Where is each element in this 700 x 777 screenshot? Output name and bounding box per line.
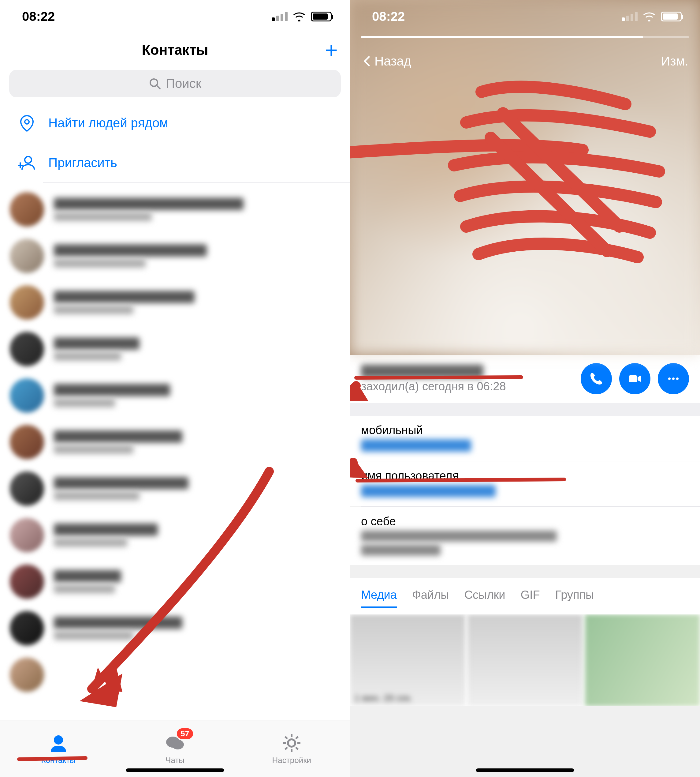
username-value — [361, 485, 496, 497]
signal-icon — [622, 12, 638, 21]
video-icon — [627, 371, 642, 386]
svg-point-8 — [172, 740, 184, 749]
media-duration: 1 мин. 26 сек. — [354, 693, 413, 703]
status-bar: 08:22 — [0, 0, 350, 33]
contact-row[interactable] — [0, 558, 350, 605]
invite-label: Пригласить — [48, 155, 117, 170]
svg-line-16 — [296, 737, 298, 739]
mobile-field[interactable]: мобильный — [350, 416, 700, 461]
profile-name — [361, 364, 483, 378]
contacts-list[interactable] — [0, 183, 350, 698]
svg-point-0 — [150, 79, 158, 86]
svg-rect-21 — [629, 375, 637, 382]
tab-links[interactable]: Ссылки — [465, 588, 505, 608]
location-icon — [18, 114, 36, 132]
media-thumb[interactable] — [585, 615, 700, 706]
add-contact-button[interactable]: + — [325, 39, 338, 61]
status-icons — [622, 12, 682, 22]
svg-line-1 — [157, 86, 160, 89]
svg-point-6 — [54, 735, 63, 745]
tab-settings-label: Настройки — [272, 755, 312, 765]
mobile-label: мобильный — [361, 424, 689, 437]
bio-value-2 — [361, 545, 440, 556]
tab-media[interactable]: Медиа — [361, 588, 397, 608]
username-field[interactable]: имя пользователя — [350, 461, 700, 506]
phone-icon — [588, 371, 604, 386]
tab-contacts[interactable]: Контакты — [0, 720, 117, 777]
tab-contacts-label: Контакты — [41, 755, 75, 765]
wifi-icon — [292, 12, 306, 22]
svg-point-24 — [676, 378, 678, 380]
media-tabs: Медиа Файлы Ссылки GIF Группы — [350, 578, 700, 615]
svg-point-23 — [672, 378, 675, 380]
username-label: имя пользователя — [361, 470, 689, 483]
find-nearby-label: Найти людей рядом — [48, 116, 168, 130]
profile-actions — [581, 363, 689, 394]
svg-point-3 — [25, 157, 32, 163]
profile-photo[interactable]: 08:22 Назад Изм. — [350, 0, 700, 355]
call-button[interactable] — [581, 363, 612, 394]
chevron-left-icon — [362, 56, 373, 67]
status-bar: 08:22 — [350, 0, 700, 33]
svg-point-22 — [668, 378, 671, 380]
home-indicator[interactable] — [126, 769, 224, 772]
search-icon — [149, 77, 161, 90]
tab-chats-label: Чаты — [165, 755, 185, 765]
svg-line-15 — [296, 747, 298, 749]
invite-icon — [18, 154, 36, 172]
home-indicator[interactable] — [476, 769, 574, 772]
video-call-button[interactable] — [619, 363, 650, 394]
wifi-icon — [642, 12, 656, 22]
bio-value — [361, 531, 557, 541]
contact-row[interactable] — [0, 326, 350, 372]
battery-icon — [661, 12, 682, 22]
profile-header: заходил(а) сегодня в 06:28 — [350, 355, 700, 403]
page-title: Контакты — [142, 42, 208, 58]
tab-settings[interactable]: Настройки — [233, 720, 350, 777]
bio-label: о себе — [361, 515, 689, 528]
more-button[interactable] — [658, 363, 689, 394]
chats-badge: 57 — [177, 729, 193, 739]
svg-point-2 — [25, 120, 29, 124]
search-input[interactable]: Поиск — [9, 70, 341, 97]
nav-bar: Назад Изм. — [350, 46, 700, 77]
contact-row[interactable] — [0, 419, 350, 465]
contact-row[interactable] — [0, 465, 350, 512]
more-icon — [666, 371, 681, 386]
contact-row[interactable] — [0, 233, 350, 279]
contact-row[interactable] — [0, 605, 350, 652]
media-thumb[interactable]: 1 мин. 26 сек. — [350, 615, 465, 706]
settings-icon — [281, 732, 302, 754]
find-nearby-row[interactable]: Найти людей рядом — [0, 104, 350, 143]
status-icons — [272, 12, 332, 22]
media-grid[interactable]: 1 мин. 26 сек. — [350, 615, 700, 706]
last-seen: заходил(а) сегодня в 06:28 — [361, 380, 506, 393]
edit-button[interactable]: Изм. — [661, 54, 688, 69]
tab-groups[interactable]: Группы — [555, 588, 594, 608]
bio-field: о себе — [350, 507, 700, 565]
contact-row[interactable] — [0, 652, 350, 698]
battery-icon — [311, 12, 332, 22]
back-button[interactable]: Назад — [362, 54, 411, 69]
contact-row[interactable] — [0, 512, 350, 558]
status-time: 08:22 — [372, 9, 405, 24]
invite-row[interactable]: Пригласить — [0, 143, 350, 182]
contact-row[interactable] — [0, 279, 350, 326]
search-placeholder: Поиск — [166, 76, 201, 91]
photo-progress[interactable] — [361, 36, 689, 38]
media-thumb[interactable] — [467, 615, 583, 706]
status-time: 08:22 — [22, 9, 55, 24]
tab-files[interactable]: Файлы — [412, 588, 449, 608]
header: Контакты + — [0, 33, 350, 67]
tab-gif[interactable]: GIF — [520, 588, 540, 608]
contact-row[interactable] — [0, 372, 350, 419]
mobile-value — [361, 439, 471, 451]
svg-line-14 — [285, 737, 287, 739]
signal-icon — [272, 12, 288, 21]
contact-row[interactable] — [0, 186, 350, 233]
profile-screen: 08:22 Назад Изм. — [350, 0, 700, 777]
back-label: Назад — [375, 54, 411, 69]
contacts-icon — [48, 732, 69, 754]
svg-line-17 — [285, 747, 287, 749]
svg-point-9 — [288, 739, 295, 747]
